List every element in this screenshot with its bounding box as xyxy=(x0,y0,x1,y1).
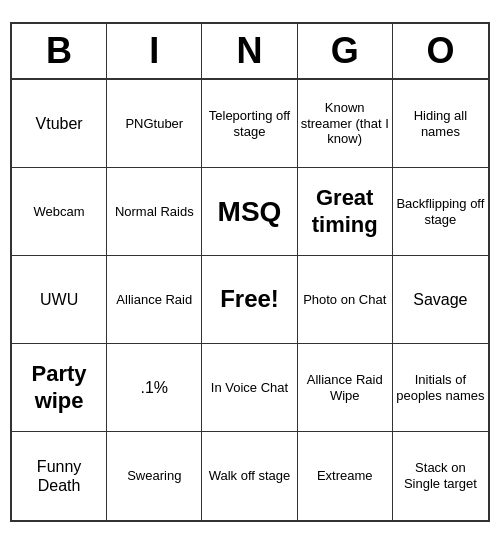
bingo-cell-11: Alliance Raid xyxy=(107,256,202,344)
bingo-cell-16: .1% xyxy=(107,344,202,432)
bingo-cell-4: Hiding all names xyxy=(393,80,488,168)
bingo-header: BINGO xyxy=(12,24,488,80)
cell-text-17: In Voice Chat xyxy=(211,380,288,396)
cell-text-14: Savage xyxy=(413,290,467,309)
bingo-cell-8: Great timing xyxy=(298,168,393,256)
cell-text-23: Extreame xyxy=(317,468,373,484)
cell-text-9: Backflipping off stage xyxy=(396,196,485,227)
bingo-cell-18: Alliance Raid Wipe xyxy=(298,344,393,432)
bingo-card: BINGO VtuberPNGtuberTeleporting off stag… xyxy=(10,22,490,522)
cell-text-12: Free! xyxy=(220,285,279,314)
cell-text-11: Alliance Raid xyxy=(116,292,192,308)
bingo-letter-b: B xyxy=(12,24,107,78)
bingo-cell-12: Free! xyxy=(202,256,297,344)
bingo-cell-17: In Voice Chat xyxy=(202,344,297,432)
bingo-letter-i: I xyxy=(107,24,202,78)
bingo-cell-10: UWU xyxy=(12,256,107,344)
bingo-cell-0: Vtuber xyxy=(12,80,107,168)
bingo-cell-13: Photo on Chat xyxy=(298,256,393,344)
bingo-cell-24: Stack on Single target xyxy=(393,432,488,520)
bingo-letter-n: N xyxy=(202,24,297,78)
bingo-cell-2: Teleporting off stage xyxy=(202,80,297,168)
cell-text-7: MSQ xyxy=(218,195,282,229)
cell-text-1: PNGtuber xyxy=(125,116,183,132)
bingo-cell-20: Funny Death xyxy=(12,432,107,520)
bingo-cell-22: Walk off stage xyxy=(202,432,297,520)
bingo-cell-9: Backflipping off stage xyxy=(393,168,488,256)
bingo-cell-1: PNGtuber xyxy=(107,80,202,168)
cell-text-2: Teleporting off stage xyxy=(205,108,293,139)
cell-text-4: Hiding all names xyxy=(396,108,485,139)
bingo-cell-14: Savage xyxy=(393,256,488,344)
bingo-cell-21: Swearing xyxy=(107,432,202,520)
bingo-cell-15: Party wipe xyxy=(12,344,107,432)
bingo-cell-5: Webcam xyxy=(12,168,107,256)
cell-text-20: Funny Death xyxy=(15,457,103,495)
bingo-cell-3: Known streamer (that I know) xyxy=(298,80,393,168)
cell-text-8: Great timing xyxy=(301,185,389,238)
cell-text-6: Normal Raids xyxy=(115,204,194,220)
cell-text-22: Walk off stage xyxy=(209,468,291,484)
cell-text-10: UWU xyxy=(40,290,78,309)
bingo-cell-7: MSQ xyxy=(202,168,297,256)
cell-text-3: Known streamer (that I know) xyxy=(301,100,389,147)
cell-text-13: Photo on Chat xyxy=(303,292,386,308)
cell-text-18: Alliance Raid Wipe xyxy=(301,372,389,403)
cell-text-21: Swearing xyxy=(127,468,181,484)
cell-text-19: Initials of peoples names xyxy=(396,372,485,403)
bingo-grid: VtuberPNGtuberTeleporting off stageKnown… xyxy=(12,80,488,520)
bingo-cell-19: Initials of peoples names xyxy=(393,344,488,432)
cell-text-5: Webcam xyxy=(34,204,85,220)
bingo-letter-g: G xyxy=(298,24,393,78)
bingo-cell-23: Extreame xyxy=(298,432,393,520)
bingo-letter-o: O xyxy=(393,24,488,78)
cell-text-0: Vtuber xyxy=(36,114,83,133)
bingo-cell-6: Normal Raids xyxy=(107,168,202,256)
cell-text-15: Party wipe xyxy=(15,361,103,414)
cell-text-24: Stack on Single target xyxy=(396,460,485,491)
cell-text-16: .1% xyxy=(141,378,169,397)
